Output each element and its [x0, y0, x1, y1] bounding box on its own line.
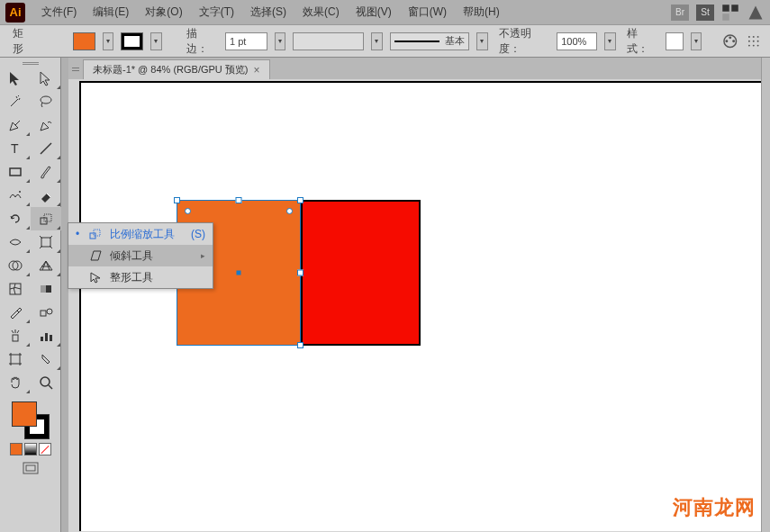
bridge-icon[interactable]: Br — [671, 5, 689, 21]
rotate-tool[interactable] — [0, 207, 31, 230]
menu-edit[interactable]: 编辑(E) — [86, 3, 136, 22]
scale-tool-icon — [88, 227, 103, 241]
tab-grip-icon[interactable] — [72, 59, 79, 79]
toolbox-grip-icon[interactable] — [0, 58, 60, 67]
eraser-tool[interactable] — [31, 184, 61, 207]
direct-selection-tool[interactable] — [31, 67, 61, 90]
fill-stroke-panel — [0, 394, 60, 479]
arrange-docs-icon[interactable] — [721, 4, 739, 22]
mesh-tool[interactable] — [0, 277, 31, 301]
svg-rect-34 — [50, 335, 52, 341]
svg-rect-23 — [41, 238, 50, 247]
brush-definition-select[interactable]: 基本 — [390, 32, 470, 50]
svg-point-30 — [47, 309, 52, 314]
reshape-tool-menuitem[interactable]: 整形工具 — [68, 266, 213, 288]
canvas-area[interactable]: 河南龙网 — [68, 79, 770, 532]
stroke-weight-input[interactable]: 1 pt — [225, 32, 267, 50]
anchor-point[interactable] — [185, 208, 191, 214]
control-bar: 矩形 ▾ ▾ 描边： 1 pt ▾ ▾ 基本 ▾ 不透明度： 100% ▾ 样式… — [0, 25, 770, 58]
svg-rect-39 — [26, 465, 35, 471]
submenu-arrow-icon: ▸ — [201, 251, 205, 260]
eyedropper-tool[interactable] — [0, 301, 31, 324]
stroke-profile-dropdown-icon[interactable]: ▾ — [371, 32, 382, 50]
screen-mode-icon[interactable] — [22, 461, 40, 475]
menu-window[interactable]: 窗口(W) — [401, 3, 454, 22]
svg-point-11 — [752, 41, 754, 42]
stroke-weight-dropdown-icon[interactable]: ▾ — [275, 32, 285, 50]
menu-file[interactable]: 文件(F) — [34, 3, 84, 22]
lasso-tool[interactable] — [31, 90, 61, 113]
svg-rect-33 — [45, 333, 48, 341]
artboard-tool[interactable] — [0, 347, 31, 371]
menu-object[interactable]: 对象(O) — [138, 3, 189, 22]
gradient-tool[interactable] — [31, 277, 61, 301]
perspective-grid-tool[interactable] — [31, 254, 61, 277]
blend-tool[interactable] — [31, 301, 61, 324]
stroke-dropdown-icon[interactable]: ▾ — [150, 32, 161, 50]
selection-handle[interactable] — [297, 197, 303, 203]
paintbrush-tool[interactable] — [31, 160, 61, 184]
fill-dropdown-icon[interactable]: ▾ — [103, 32, 113, 50]
type-tool[interactable]: T — [0, 137, 31, 160]
right-panel-strip[interactable] — [761, 58, 770, 532]
scale-tool[interactable] — [31, 207, 61, 230]
align-icon[interactable] — [746, 32, 761, 50]
tool-flyout-menu: • 比例缩放工具 (S) 倾斜工具 ▸ 整形工具 — [68, 222, 213, 289]
style-label: 样式： — [623, 26, 658, 57]
rectangle-tool[interactable] — [0, 160, 31, 184]
hand-tool[interactable] — [0, 371, 31, 394]
anchor-point[interactable] — [286, 208, 293, 214]
graphic-style-swatch[interactable] — [666, 32, 683, 50]
red-rectangle-shape[interactable] — [301, 200, 421, 346]
svg-text:T: T — [11, 141, 19, 156]
curvature-tool[interactable] — [31, 113, 61, 137]
pen-tool[interactable] — [0, 113, 31, 137]
column-graph-tool[interactable] — [31, 324, 61, 347]
recolor-icon[interactable] — [722, 32, 738, 50]
center-point-icon — [237, 271, 241, 275]
width-tool[interactable] — [0, 230, 31, 254]
color-mode-icon[interactable] — [10, 443, 23, 455]
svg-line-18 — [41, 143, 51, 154]
scale-tool-menuitem[interactable]: • 比例缩放工具 (S) — [68, 223, 213, 245]
shear-tool-menuitem[interactable]: 倾斜工具 ▸ — [68, 245, 213, 266]
menu-effect[interactable]: 效果(C) — [295, 3, 347, 22]
menu-select[interactable]: 选择(S) — [243, 3, 294, 22]
none-mode-icon[interactable] — [39, 443, 51, 455]
selection-tool[interactable] — [0, 67, 31, 90]
stock-icon[interactable]: St — [696, 5, 714, 21]
selection-handle[interactable] — [297, 342, 303, 348]
selection-handle[interactable] — [174, 197, 180, 203]
symbol-sprayer-tool[interactable] — [0, 324, 31, 347]
fill-color-swatch[interactable] — [12, 401, 37, 427]
svg-point-14 — [752, 44, 754, 46]
svg-point-9 — [756, 36, 758, 38]
menu-text[interactable]: 文字(T) — [192, 3, 241, 22]
brush-dropdown-icon[interactable]: ▾ — [476, 32, 487, 50]
svg-line-37 — [49, 385, 52, 389]
gpu-icon[interactable] — [747, 4, 765, 22]
line-tool[interactable] — [31, 137, 61, 160]
slice-tool[interactable] — [31, 347, 61, 371]
opacity-dropdown-icon[interactable]: ▾ — [604, 32, 615, 50]
free-transform-tool[interactable] — [31, 230, 61, 254]
selection-handle[interactable] — [297, 270, 303, 276]
magic-wand-tool[interactable] — [0, 90, 31, 113]
shape-builder-tool[interactable] — [0, 254, 31, 277]
stroke-profile-select[interactable] — [293, 32, 364, 50]
document-tab[interactable]: 未标题-1* @ 84% (RGB/GPU 预览) × — [83, 59, 270, 79]
zoom-tool[interactable] — [31, 371, 61, 394]
shaper-tool[interactable] — [0, 184, 31, 207]
tab-close-icon[interactable]: × — [254, 64, 260, 77]
svg-point-8 — [752, 36, 754, 38]
gradient-mode-icon[interactable] — [24, 443, 37, 455]
stroke-swatch[interactable] — [121, 32, 143, 50]
menu-view[interactable]: 视图(V) — [349, 3, 399, 22]
svg-point-15 — [756, 44, 758, 46]
fill-swatch[interactable] — [73, 32, 95, 50]
menu-help[interactable]: 帮助(H) — [456, 3, 507, 22]
opacity-input[interactable]: 100% — [557, 32, 597, 50]
selection-handle[interactable] — [236, 197, 242, 203]
style-dropdown-icon[interactable]: ▾ — [691, 32, 702, 50]
svg-point-4 — [729, 36, 731, 39]
